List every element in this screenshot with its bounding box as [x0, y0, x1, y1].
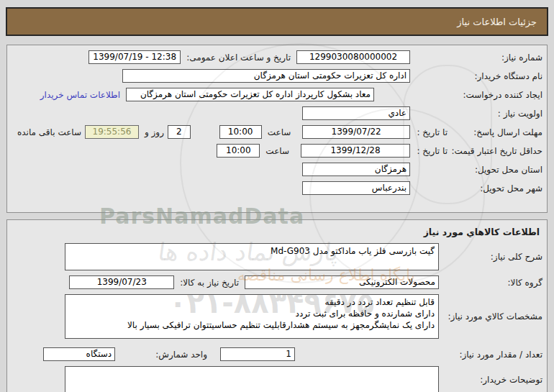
delivery-province-field[interactable]: هرمزگان	[302, 163, 410, 176]
specs-line: قابل تنظیم تعداد تردد در دقیقه	[69, 296, 435, 308]
buyer-org-field[interactable]: اداره کل تعزیرات حکومتی استان هرمزگان	[122, 69, 410, 83]
price-validity-date-field[interactable]: 1399/12/28	[301, 144, 410, 158]
delivery-city-field[interactable]: بندرعباس	[302, 181, 410, 195]
quantity-label: تعداد / مقدار مورد نیاز:	[439, 350, 542, 360]
announce-datetime-label: تاریخ و ساعت اعلان عمومی:	[186, 53, 291, 63]
row-buyer-org: نام دستگاه خریدار: اداره کل تعزیرات حکوم…	[12, 69, 542, 83]
general-desc-label: شرح کلی نیاز:	[439, 252, 542, 262]
need-info-panel: شماره نیاز: 1299030080000002 تاریخ و ساع…	[6, 45, 548, 213]
remaining-days-field: 2	[168, 125, 191, 139]
quantity-field[interactable]: 1	[220, 347, 295, 361]
specs-line: دارای یک نمایشگرمجهز به سیستم هشدارقابلی…	[69, 319, 435, 331]
specs-field[interactable]: قابل تنظیم تعداد تردد در دقیقه دارای شما…	[65, 294, 439, 339]
row-specs: مشخصات کالاي مورد نیاز: قابل تنظیم تعداد…	[12, 294, 542, 339]
buyer-org-label: نام دستگاه خریدار:	[448, 71, 542, 81]
delivery-city-label: شهر محل تحویل:	[448, 183, 542, 193]
reply-hour-label: ساعت	[268, 127, 291, 137]
goods-group-label: گروه کالا:	[439, 278, 542, 288]
validity-until-label: تا تاریخ :	[410, 146, 448, 156]
row-quantity: تعداد / مقدار مورد نیاز: 1 واحد شمارش: د…	[12, 347, 542, 361]
row-need-number: شماره نیاز: 1299030080000002 تاریخ و ساع…	[12, 50, 542, 64]
request-creator-label: ایجاد کننده درخواست:	[448, 90, 542, 100]
need-date-field[interactable]: 1399/07/23	[69, 275, 174, 289]
request-creator-field[interactable]: معاد بشکول کارپرداز اداره کل تعزیرات حکو…	[126, 88, 374, 101]
goods-group-field[interactable]: محصولات الکترونیکی	[245, 275, 439, 289]
specs-label: مشخصات کالاي مورد نیاز:	[439, 311, 542, 322]
row-price-validity: حداقل تاریخ اعتبار قیمت: تا تاریخ : 1399…	[12, 144, 542, 158]
days-and-label: روز و	[145, 127, 164, 137]
buyer-contact-link[interactable]: اطلاعات تماس خریدار	[40, 90, 120, 100]
hours-remaining-label: ساعت باقی مانده	[17, 127, 81, 137]
reply-deadline-time-field[interactable]: 10:00	[219, 125, 262, 139]
row-buyer-notes: توضیحات خریدار:	[12, 366, 542, 392]
row-delivery-province: استان محل تحویل: هرمزگان	[12, 163, 542, 176]
announce-datetime-field[interactable]: 1399/07/19 - 12:38	[88, 50, 181, 64]
page-title: جزئیات اطلاعات نیاز	[457, 17, 537, 27]
buyer-notes-field[interactable]	[65, 366, 439, 392]
delivery-province-label: استان محل تحویل:	[448, 165, 542, 175]
validity-hour-label: ساعت	[265, 146, 289, 156]
unit-field[interactable]: دستگاه	[43, 347, 115, 361]
row-priority: اولویت نیاز : عادي	[12, 106, 542, 120]
need-number-label: شماره نیاز:	[448, 53, 542, 63]
unit-label: واحد شمارش:	[155, 350, 207, 360]
specs-line: دارای شمارنده و حافظه برای ثبت تردد	[69, 308, 435, 319]
row-general-desc: شرح کلی نیاز: گیت بازرسی فلز یاب ماداکتو…	[12, 243, 542, 270]
price-validity-label: حداقل تاریخ اعتبار قیمت:	[448, 146, 542, 156]
buyer-notes-label: توضیحات خریدار:	[439, 366, 542, 385]
general-desc-field[interactable]: گیت بازرسی فلز یاب ماداکتو مدل Md-G903	[65, 243, 439, 270]
row-delivery-city: شهر محل تحویل: بندرعباس	[12, 181, 542, 195]
reply-deadline-label: مهلت ارسال پاسخ:	[448, 127, 542, 137]
price-validity-time-field[interactable]: 10:00	[217, 144, 260, 158]
need-number-field[interactable]: 1299030080000002	[296, 50, 410, 64]
remaining-countdown-field: 19:55:56	[85, 125, 139, 139]
row-request-creator: ایجاد کننده درخواست: معاد بشکول کارپرداز…	[12, 88, 542, 101]
row-reply-deadline: مهلت ارسال پاسخ: تا تاریخ : 1399/07/22 س…	[12, 125, 542, 139]
section-header-need-details: جزئیات اطلاعات نیاز	[6, 7, 548, 36]
goods-info-panel: اطلاعات کالاهاي مورد نیاز شرح کلی نیاز: …	[6, 219, 548, 392]
reply-until-label: تا تاریخ :	[410, 127, 448, 137]
procurement-detail-page: { "titlebar": { "title": "جزئیات اطلاعات…	[0, 0, 554, 392]
reply-deadline-date-field[interactable]: 1399/07/22	[302, 125, 410, 139]
priority-label: اولویت نیاز :	[448, 109, 542, 119]
row-goods-group: گروه کالا: محصولات الکترونیکی تاریخ نیاز…	[12, 275, 542, 289]
need-date-label: تاریخ نیاز به کالا:	[180, 278, 239, 288]
priority-field[interactable]: عادي	[302, 106, 410, 120]
goods-section-title: اطلاعات کالاهاي مورد نیاز	[12, 227, 540, 237]
